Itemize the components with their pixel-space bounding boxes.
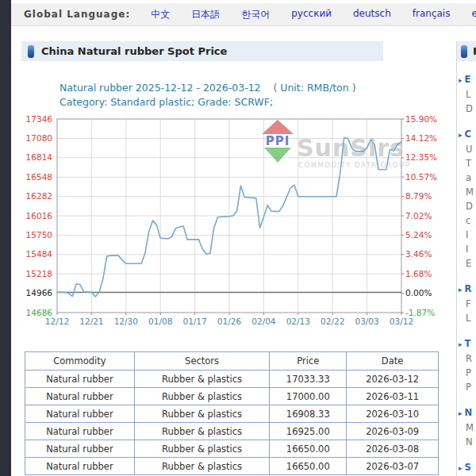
table-cell: 2026-03-12 [347,370,439,388]
sidebar-item[interactable]: R [457,351,476,366]
y-axis-right-label: 10.57% [405,172,437,182]
y-axis-left-label: 17080 [26,133,52,143]
sidebar-item[interactable]: I [457,242,476,256]
sidebar-item[interactable]: M [457,420,476,435]
arrow-right-icon: ▸ [459,286,463,294]
table-header-row: CommoditySectorsPriceDate [25,352,439,370]
x-axis-label: 02/04 [251,317,276,326]
table-header-cell: Sectors [134,352,270,370]
sidebar-item[interactable]: a [457,171,476,185]
sidebar-item[interactable]: F [457,297,476,311]
sidebar-group-title[interactable]: ▸R [457,282,476,297]
y-axis-left-label: 16282 [26,191,52,201]
table-row: Natural rubberRubber & plastics16908.332… [25,405,439,423]
table-cell: 16925.00 [270,423,347,440]
sidebar-group-title[interactable]: ▸N [457,405,476,420]
table-row: Natural rubberRubber & plastics16650.002… [25,440,439,458]
arrow-right-icon: ▸ [459,76,463,84]
price-table: CommoditySectorsPriceDate Natural rubber… [25,351,439,475]
sidebar-group: ▸RFL [457,282,476,325]
arrow-right-icon: ▸ [459,409,463,417]
table-cell: Rubber & plastics [134,423,270,440]
table-cell: 2026-03-08 [347,440,439,458]
table-cell: Natural rubber [25,370,135,388]
x-axis-label: 02/13 [286,317,310,326]
table-header-cell: Date [347,352,439,370]
table-row: Natural rubberRubber & plastics17000.002… [25,388,439,405]
sidebar-bullet-icon [461,45,467,58]
y-axis-left-label: 15218 [26,269,52,278]
sidebar-item[interactable]: D [457,102,476,116]
table-cell: Rubber & plastics [134,458,270,475]
table-cell: 16650.00 [270,440,347,458]
y-axis-left-label: 16814 [26,152,53,162]
table-cell: Natural rubber [25,423,135,440]
x-axis-label: 02/22 [321,317,344,326]
x-axis-label: 01/26 [217,317,242,326]
svg-text:COMMODITY DATA GROUP: COMMODITY DATA GROUP [298,161,410,169]
table-cell: Natural rubber [25,458,135,475]
sidebar-item[interactable]: L [457,311,476,325]
table-row: Natural rubberRubber & plastics17033.332… [25,370,439,388]
table-cell: 17033.33 [270,370,347,388]
y-axis-left-label: 15484 [26,249,53,259]
sidebar-item[interactable]: L [457,87,476,102]
y-axis-right-label: 7.02% [405,211,432,221]
x-axis-label: 01/08 [148,317,172,326]
y-axis-right-label: 3.46% [405,249,432,259]
sidebar-group: ▸TRPP [457,336,476,394]
x-axis-label: 01/17 [182,317,206,326]
x-axis-label: 03/03 [355,317,378,326]
table-cell: 2026-03-09 [347,423,439,440]
table-cell: Rubber & plastics [134,370,270,388]
sidebar-group-title[interactable]: ▸T [457,336,476,351]
y-axis-right-label: 1.68% [405,269,432,278]
table-cell: Rubber & plastics [134,405,270,423]
x-axis-label: 12/21 [79,317,103,326]
sidebar-item[interactable]: P [457,380,476,394]
sidebar-item[interactable]: c [457,213,476,228]
sidebar-item[interactable]: M [457,185,476,199]
table-cell: 2026-03-10 [347,405,439,423]
table-cell: 2026-03-11 [347,388,439,405]
sidebar-item[interactable]: T [457,156,476,171]
y-axis-right-label: 5.24% [405,230,432,240]
y-axis-left-label: 14966 [26,288,53,298]
table-row: Natural rubberRubber & plastics16650.002… [25,458,439,475]
arrow-right-icon: ▸ [459,131,463,139]
sidebar-item[interactable]: E [457,256,476,271]
sidebar-group: ▸ELD [457,72,476,116]
sidebar-group: ▸CUTaMDcIIE [457,127,476,271]
y-axis-right-label: 0.00% [405,288,432,298]
sidebar-header: R [457,41,476,61]
sidebar-item[interactable]: D [457,199,476,213]
x-axis-label: 03/12 [390,317,413,326]
y-axis-left-label: 14686 [26,308,53,317]
table-cell: Natural rubber [25,388,135,405]
table-header-cell: Commodity [25,352,135,370]
sidebar-group-title[interactable]: ▸E [457,72,476,87]
sidebar-group: ▸NMN [457,405,476,449]
arrow-right-icon: ▸ [459,464,463,472]
table-header-cell: Price [270,352,347,370]
table-cell: Natural rubber [25,405,135,423]
y-axis-right-label: 8.79% [405,191,432,201]
y-axis-right-label: 14.12% [405,133,437,143]
sidebar-group-title[interactable]: ▸C [457,127,476,142]
sidebar-header-label: R [473,45,476,57]
sidebar-group-title[interactable]: ▸S [457,460,476,475]
right-sidebar-clipped: R ▸ELD▸CUTaMDcIIE▸RFL▸TRPP▸NMN▸SH [456,41,476,476]
sidebar-item[interactable]: I [457,228,476,242]
sidebar-group: ▸SH [457,460,476,476]
sidebar-item[interactable]: P [457,366,476,380]
sidebar-item[interactable]: N [457,435,476,449]
arrow-right-icon: ▸ [459,340,463,348]
y-axis-left-label: 15750 [26,230,52,240]
table-cell: 16650.00 [270,458,347,475]
table-cell: 2026-03-07 [347,458,439,475]
svg-text:PPI: PPI [266,134,290,148]
y-axis-left-label: 17346 [26,114,53,124]
table-cell: Natural rubber [25,440,135,458]
sidebar-item[interactable]: U [457,142,476,156]
y-axis-left-label: 16016 [26,211,53,221]
